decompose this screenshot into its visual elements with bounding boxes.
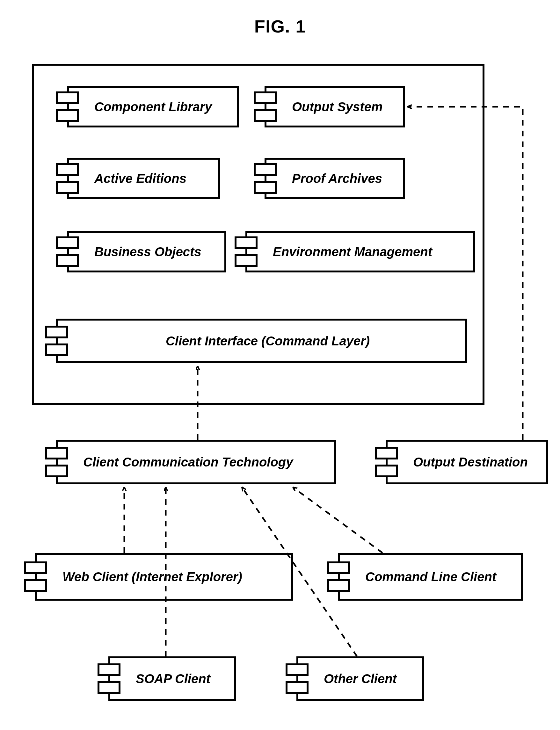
output-system-label: Output System bbox=[292, 100, 396, 114]
client-comm-tech-label: Client Communication Technology bbox=[83, 455, 328, 469]
proof-archives: Proof Archives bbox=[265, 158, 405, 199]
uml-component-icon bbox=[56, 163, 79, 194]
component-library-label: Component Library bbox=[94, 100, 231, 114]
uml-component-icon bbox=[45, 447, 68, 477]
uml-component-icon bbox=[24, 561, 47, 592]
business-objects-label: Business Objects bbox=[94, 245, 218, 259]
active-editions: Active Editions bbox=[67, 158, 220, 199]
output-destination-label: Output Destination bbox=[413, 455, 540, 469]
figure-page: FIG. 1 Component Library Output System A… bbox=[0, 0, 560, 730]
uml-component-icon bbox=[327, 561, 350, 592]
uml-component-icon bbox=[45, 326, 68, 356]
uml-component-icon bbox=[254, 91, 277, 122]
web-client: Web Client (Internet Explorer) bbox=[35, 553, 293, 601]
client-interface: Client Interface (Command Layer) bbox=[56, 319, 467, 363]
business-objects: Business Objects bbox=[67, 231, 226, 273]
command-line-client: Command Line Client bbox=[338, 553, 523, 601]
uml-component-icon bbox=[56, 237, 79, 267]
web-client-label: Web Client (Internet Explorer) bbox=[62, 570, 285, 584]
output-system: Output System bbox=[265, 86, 405, 128]
uml-component-icon bbox=[56, 91, 79, 122]
soap-client: SOAP Client bbox=[108, 656, 236, 701]
uml-component-icon bbox=[375, 447, 398, 477]
uml-component-icon bbox=[286, 663, 309, 694]
component-library: Component Library bbox=[67, 86, 239, 128]
client-communication-technology: Client Communication Technology bbox=[56, 440, 336, 484]
uml-component-icon bbox=[98, 663, 120, 694]
svg-line-4 bbox=[293, 487, 382, 553]
soap-client-label: SOAP Client bbox=[136, 672, 228, 686]
output-destination: Output Destination bbox=[386, 440, 548, 484]
environment-management-label: Environment Management bbox=[273, 245, 467, 259]
figure-title: FIG. 1 bbox=[0, 16, 560, 37]
proof-archives-label: Proof Archives bbox=[292, 172, 396, 186]
client-interface-label: Client Interface (Command Layer) bbox=[83, 334, 452, 348]
uml-component-icon bbox=[235, 237, 258, 267]
active-editions-label: Active Editions bbox=[94, 172, 212, 186]
other-client-label: Other Client bbox=[324, 672, 416, 686]
command-line-client-label: Command Line Client bbox=[365, 570, 514, 584]
other-client: Other Client bbox=[296, 656, 424, 701]
uml-component-icon bbox=[254, 163, 277, 194]
environment-management: Environment Management bbox=[245, 231, 475, 273]
